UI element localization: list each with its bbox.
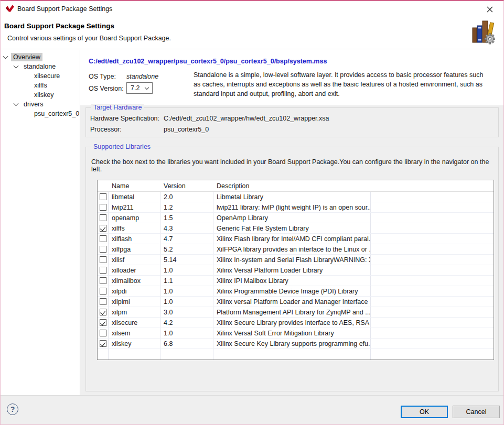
chevron-down-icon[interactable]	[3, 54, 8, 59]
processor-value: psu_cortexr5_0	[164, 126, 209, 133]
chevron-down-icon	[145, 85, 149, 90]
cell-name: xilffs	[108, 225, 160, 232]
library-books-icon	[471, 18, 495, 45]
target-hardware-title: Target Hardware	[91, 104, 144, 111]
library-checkbox[interactable]	[100, 246, 106, 253]
tree-item-label: Overview	[11, 53, 42, 61]
cell-name: xilskey	[108, 340, 160, 347]
hw-spec-value: C:/edt/edt_zcu102_wrapper/hw/edt_zcu102_…	[164, 115, 329, 122]
table-row[interactable]: xilsecure4.2Xilinx Secure Library provid…	[98, 318, 494, 328]
tree-item-xilskey[interactable]: xilskey	[1, 90, 80, 100]
library-checkbox[interactable]	[100, 235, 106, 242]
tree-item-psu_cortexr5_0[interactable]: psu_cortexr5_0	[1, 109, 80, 118]
table-row[interactable]: xilskey6.8Xilinx Secure Key Library supp…	[98, 339, 494, 349]
library-checkbox[interactable]	[100, 256, 106, 263]
dialog-header: Board Support Package Settings Control v…	[1, 17, 503, 49]
cell-description: Xilinx Flash library for Intel/AMD CFI c…	[213, 235, 370, 243]
library-checkbox[interactable]	[100, 298, 106, 305]
close-icon[interactable]	[485, 5, 495, 14]
os-type-label: OS Type:	[89, 73, 116, 80]
os-version-label: OS Version:	[89, 85, 124, 92]
library-checkbox[interactable]	[100, 340, 106, 347]
table-row[interactable]: xilsem1.0Xilinx Versal Soft Error Mitiga…	[98, 328, 494, 339]
library-checkbox[interactable]	[100, 288, 106, 295]
table-row[interactable]: xilplmi1.0Xilinx versal Platform Loader …	[98, 297, 494, 307]
cell-version: 4.2	[160, 319, 213, 326]
library-checkbox[interactable]	[100, 204, 106, 211]
cell-description: Generic Fat File System Library	[213, 225, 370, 232]
help-icon[interactable]: ?	[7, 404, 18, 415]
table-row[interactable]: xilffs4.3Generic Fat File System Library	[98, 223, 494, 234]
table-row[interactable]: libmetal2.0Libmetal Library	[98, 192, 494, 202]
cell-name: lwip211	[108, 204, 160, 211]
cell-name: xilsecure	[108, 319, 160, 326]
library-checkbox[interactable]	[100, 309, 106, 315]
hw-spec-label: Hardware Specification:	[90, 115, 159, 122]
cell-description: Xilinx Versal Platform Loader Library	[213, 267, 370, 274]
ok-button[interactable]: OK	[401, 406, 448, 418]
tree-item-standalone[interactable]: standalone	[1, 62, 80, 71]
libraries-instruction: Check the box next to the libraries you …	[91, 158, 495, 173]
supported-libraries-title: Supported Libraries	[91, 143, 153, 150]
table-row[interactable]: xilpm3.0Platform Management API Library …	[98, 307, 494, 318]
table-row[interactable]: xilmailbox1.1Xilinx IPI Mailbox Library	[98, 276, 494, 286]
target-hardware-group: Target Hardware Hardware Specification: …	[85, 107, 499, 137]
library-checkbox[interactable]	[100, 214, 106, 221]
cell-description: Xilinx IPI Mailbox Library	[213, 277, 370, 285]
table-row[interactable]: xilpdi1.0Xilinx Programmable Device Imag…	[98, 286, 494, 297]
checkbox-cell	[98, 235, 108, 242]
checkbox-cell	[98, 267, 108, 274]
checkbox-cell	[98, 330, 108, 336]
cell-version: 6.8	[160, 340, 213, 347]
column-header-description[interactable]: Description	[213, 182, 370, 190]
tree-item-Overview[interactable]: Overview	[1, 52, 80, 62]
tree-item-xilffs[interactable]: xilffs	[1, 81, 80, 90]
table-row[interactable]: xilfpga5.2XilFPGA library provides an in…	[98, 244, 494, 255]
cell-version: 3.0	[160, 309, 213, 316]
tree-item-label: drivers	[22, 100, 46, 108]
tree-item-label: xilffs	[32, 81, 49, 90]
mss-file-path: C:/edt/edt_zcu102_wrapper/psu_cortexr5_0…	[89, 58, 327, 65]
chevron-down-icon[interactable]	[14, 101, 19, 106]
cell-name: xilpdi	[108, 288, 160, 295]
overview-panel: C:/edt/edt_zcu102_wrapper/psu_cortexr5_0…	[80, 50, 503, 397]
bsp-settings-dialog: Board Support Package Settings Board Sup…	[0, 0, 504, 425]
checkbox-cell	[98, 340, 108, 347]
column-header-version[interactable]: Version	[160, 182, 213, 190]
checkbox-cell	[98, 193, 108, 200]
library-checkbox[interactable]	[100, 193, 106, 200]
xilinx-logo-icon	[5, 5, 15, 13]
cell-version: 1.0	[160, 267, 213, 274]
os-version-select[interactable]: 7.2	[126, 82, 153, 94]
table-row[interactable]: openamp1.5OpenAmp Library	[98, 213, 494, 223]
table-row[interactable]: xilflash4.7Xilinx Flash library for Inte…	[98, 234, 494, 244]
dialog-footer: ? OK Cancel	[1, 395, 503, 424]
library-checkbox[interactable]	[100, 319, 106, 326]
os-type-value: standalone	[126, 73, 158, 80]
libraries-table: Name Version Description libmetal2.0Libm…	[97, 180, 494, 360]
page-subtitle: Control various settings of your Board S…	[7, 35, 171, 42]
column-header-name[interactable]: Name	[108, 182, 160, 190]
tree-item-drivers[interactable]: drivers	[1, 100, 80, 109]
tree-item-label: xilsecure	[32, 72, 62, 80]
cell-description: Xilinx Versal Soft Error Mitigation Libr…	[213, 330, 370, 337]
library-checkbox[interactable]	[100, 330, 106, 336]
tree-item-xilsecure[interactable]: xilsecure	[1, 71, 80, 81]
checkbox-cell	[98, 288, 108, 295]
table-row[interactable]: xilloader1.0Xilinx Versal Platform Loade…	[98, 265, 494, 276]
library-checkbox[interactable]	[100, 225, 106, 232]
cell-description: Platform Management API Library for Zynq…	[213, 309, 370, 316]
chevron-down-icon[interactable]	[14, 63, 19, 69]
table-row[interactable]: lwip2111.2lwip211 library: lwIP (light w…	[98, 202, 494, 213]
library-checkbox[interactable]	[100, 277, 106, 284]
cell-description: Xilinx Programmable Device Image (PDI) L…	[213, 288, 370, 295]
cancel-button[interactable]: Cancel	[453, 406, 500, 418]
cell-version: 5.14	[160, 256, 213, 264]
os-description: Standalone is a simple, low-level softwa…	[194, 70, 490, 99]
cell-description: Xilinx Secure Key Library supports progr…	[213, 340, 370, 347]
table-row[interactable]: xilisf5.14Xilinx In-system and Serial Fl…	[98, 255, 494, 265]
library-checkbox[interactable]	[100, 267, 106, 274]
checkbox-cell	[98, 319, 108, 326]
cell-name: xilsem	[108, 330, 160, 337]
checkbox-cell	[98, 225, 108, 232]
